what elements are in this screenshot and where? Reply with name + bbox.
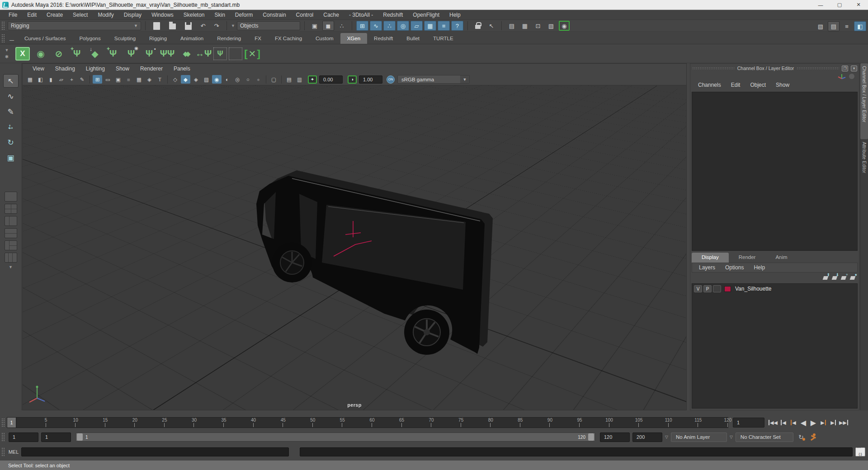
close-button[interactable]: ✕ [849,0,868,9]
menu-item[interactable]: Cache [318,10,344,19]
image-plane-icon[interactable]: ▱ [57,75,66,84]
color-management-toggle[interactable]: ON [387,75,395,84]
channel-box-header[interactable]: Channel Box / Layer Editor ❐ ✕ [690,64,859,73]
menu-item[interactable]: Edit [22,10,42,19]
ipr-render-icon[interactable]: ⊡ [532,21,544,31]
channel-box-toggle-icon[interactable]: ▤ [828,21,840,31]
snap-to-view-planes-icon[interactable]: ▱ [410,21,423,31]
shadows-icon[interactable]: ◐ [222,75,232,84]
range-end-handle[interactable] [588,433,594,441]
speed-control-icon[interactable] [849,74,854,79]
xgen-deselect-guides-icon[interactable]: ✕ [244,46,260,61]
contrast-icon[interactable]: ◑ [348,75,357,84]
script-editor-icon[interactable]: {;} [855,447,865,456]
motion-blur-icon[interactable]: ○ [243,75,253,84]
two-d-pan-zoom-icon[interactable]: + [67,75,76,84]
smooth-shade-all-icon[interactable]: ◆ [181,75,190,84]
command-line-grip[interactable] [1,447,5,456]
menu-item[interactable]: Skin [210,10,230,19]
whats-new-highlight-icon[interactable]: ? [451,21,463,31]
workspace-selector[interactable]: Rigging ▼ [8,21,141,30]
display-render-settings-icon[interactable]: ◉ [559,21,570,31]
render-view-icon[interactable]: ▤ [506,21,518,31]
move-layer-up-icon[interactable]: ⬆ [823,275,828,281]
shelf-tab[interactable]: Rendering [210,33,248,44]
redo-icon[interactable]: ↷ [211,21,222,31]
menu-item[interactable]: File [4,10,22,19]
snap-to-grids-icon[interactable]: ⊞ [356,21,368,31]
construction-history-icon[interactable]: ≡ [438,21,450,31]
channel-manipulator-icon[interactable] [837,73,846,80]
attribute-editor-toggle-icon[interactable]: ≡ [841,21,853,31]
grease-pencil-icon[interactable]: ✎ [77,75,87,84]
color-space-selector[interactable]: sRGB gamma ▼ [397,75,470,84]
command-line-mode-label[interactable]: MEL [6,449,21,455]
float-panel-icon[interactable]: ❐ [842,66,848,71]
new-scene-icon[interactable] [153,22,160,30]
van-silhouette-model[interactable] [23,85,686,410]
animation-preferences-icon[interactable] [809,432,818,442]
range-start-handle[interactable] [77,433,83,441]
safe-action-icon[interactable]: ◈ [145,75,154,84]
grid-icon[interactable]: ⊞ [93,75,102,84]
textured-icon[interactable]: ▨ [202,75,211,84]
menu-item[interactable]: Create [42,10,68,19]
layout-outliner-persp-button[interactable] [5,253,17,263]
animation-start-field[interactable]: 1 [9,432,38,442]
maximize-button[interactable]: ▢ [830,0,849,9]
shelf-menu-icon[interactable]: — [6,36,18,44]
shelf-tab[interactable]: Curves / Surfaces [18,33,72,44]
xgen-lock-guides-icon[interactable]: Ψ [141,46,157,61]
xgen-select-patch-icon[interactable] [229,47,242,60]
screen-space-ao-icon[interactable]: ◎ [233,75,242,84]
layout-three-pane-button[interactable] [5,240,17,250]
sidebar-tab-attribute-editor[interactable]: Attribute Editor [860,139,868,193]
menu-item[interactable]: OpenFlight [408,10,444,19]
playback-end-field[interactable]: 120 [600,432,630,442]
layer-display-type-toggle[interactable] [713,285,721,292]
play-forwards-button[interactable]: ▶ [809,418,818,428]
animation-end-field[interactable]: 200 [632,432,662,442]
shelf-tab[interactable]: Custom [309,33,340,44]
layer-editor-tab[interactable]: Display [692,253,729,263]
anim-layer-selector[interactable]: No Anim Layer [671,432,727,442]
step-forward-frame-button[interactable]: ▶ [829,418,838,428]
xgen-clear-preview-icon[interactable]: ⊘ [51,46,67,61]
xgen-create-description-icon[interactable]: Ψ [69,46,85,61]
tool-settings-toggle-icon[interactable]: ◧ [854,21,866,31]
xgen-editor-icon[interactable]: X [15,47,30,61]
command-line-input[interactable] [21,447,289,456]
minimize-button[interactable]: — [811,0,830,9]
time-slider-track[interactable]: 1 5 10 15 20 [7,417,728,428]
open-scene-icon[interactable] [169,24,176,29]
panel-menu-item[interactable]: Lighting [80,64,110,73]
playback-start-field[interactable]: 1 [41,432,71,442]
undo-icon[interactable]: ↶ [197,21,209,31]
viewport-3d-view[interactable]: persp [23,85,686,410]
selection-mask-selector[interactable]: Objects [237,21,300,30]
panel-menu-item[interactable]: Panels [168,64,196,73]
make-live-icon[interactable]: ▦ [424,21,436,31]
menu-item[interactable]: Select [68,10,93,19]
layer-color-swatch[interactable] [724,286,731,292]
play-backwards-button[interactable]: ◀ [799,418,808,428]
exposure-field[interactable]: 0.00 [319,75,343,84]
shelf-tab[interactable]: Redshift [367,33,400,44]
render-settings-icon[interactable]: ▧ [545,21,557,31]
menu-item[interactable]: Windows [146,10,179,19]
layer-editor-tab[interactable]: Anim [765,253,797,263]
channel-box-menu-item[interactable]: Edit [726,80,745,89]
panel-menu-item[interactable]: Show [110,64,135,73]
chevron-down-icon[interactable]: ▽ [730,435,733,439]
layer-visibility-toggle[interactable]: V [694,285,702,292]
wireframe-icon[interactable]: ◇ [170,75,180,84]
channel-list-area[interactable] [692,92,858,251]
field-chart-icon[interactable]: ▦ [134,75,144,84]
step-forward-key-button[interactable]: ▶ [819,418,828,428]
panel-menu-item[interactable]: View [27,64,50,73]
menu-item[interactable]: - 3DtoAll - [344,10,378,19]
close-panel-icon[interactable]: ✕ [851,66,857,71]
xgen-update-preview-icon[interactable]: ◉ [33,46,49,61]
paint-select-tool-icon[interactable]: ✎ [3,105,19,118]
sequence-icon[interactable]: ▥ [295,75,304,84]
